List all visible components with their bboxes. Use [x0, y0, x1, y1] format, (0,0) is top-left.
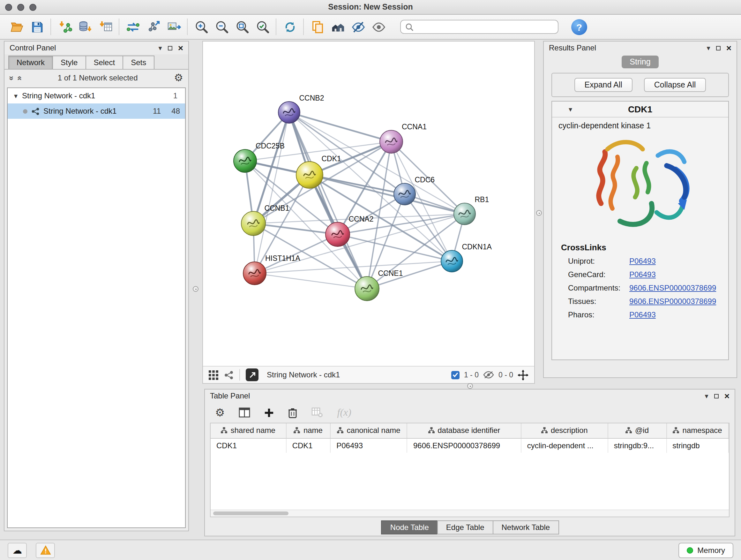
- panel-menu-icon[interactable]: ▾: [158, 44, 162, 51]
- table-row[interactable]: CDK1CDK1P064939606.ENSP00000378699cyclin…: [211, 438, 729, 453]
- delete-column-icon[interactable]: [288, 407, 298, 418]
- panel-menu-icon[interactable]: ▾: [707, 44, 711, 51]
- tab-node-table[interactable]: Node Table: [381, 520, 438, 535]
- float-panel-icon[interactable]: [716, 46, 721, 50]
- import-network-database-button[interactable]: [75, 17, 95, 37]
- close-panel-icon[interactable]: ×: [724, 391, 730, 400]
- zoom-selected-button[interactable]: [252, 17, 273, 37]
- first-neighbors-button[interactable]: [327, 17, 348, 37]
- column-header-database-identifier[interactable]: database identifier: [407, 423, 521, 438]
- table-cell[interactable]: P06493: [330, 438, 407, 453]
- new-network-button[interactable]: [123, 17, 143, 37]
- column-header--id[interactable]: @id: [608, 423, 667, 438]
- network-node-CDC6[interactable]: [394, 183, 415, 205]
- birdseye-grid-icon[interactable]: [209, 370, 218, 380]
- cloud-button[interactable]: ☁: [8, 543, 27, 558]
- gear-icon[interactable]: ⚙: [174, 73, 183, 83]
- help-button[interactable]: ?: [571, 19, 587, 35]
- network-view[interactable]: CCNB2CCNA1CDC25BCDK1CDC6RB1CCNB1CCNA2CDK…: [202, 41, 535, 384]
- table-settings-gear-icon[interactable]: ⚙: [215, 407, 225, 418]
- zoom-out-button[interactable]: [211, 17, 232, 37]
- add-column-icon[interactable]: [265, 408, 274, 417]
- close-panel-icon[interactable]: ×: [726, 44, 731, 52]
- show-all-button[interactable]: [368, 17, 389, 37]
- network-edge[interactable]: [338, 234, 452, 261]
- memory-button[interactable]: Memory: [678, 543, 733, 558]
- network-collection-row[interactable]: ▾ String Network - cdk1 1: [8, 88, 185, 104]
- crosslink-value-link[interactable]: P06493: [629, 270, 656, 279]
- zoom-fit-button[interactable]: [232, 17, 252, 37]
- warnings-button[interactable]: [36, 543, 55, 558]
- network-graph[interactable]: CCNB2CCNA1CDC25BCDK1CDC6RB1CCNB1CCNA2CDK…: [203, 42, 534, 366]
- import-network-file-button[interactable]: [54, 17, 75, 37]
- network-node-CDK1[interactable]: [296, 162, 323, 188]
- show-columns-icon[interactable]: [239, 408, 251, 418]
- expand-all-icon[interactable]: »: [15, 76, 23, 80]
- network-node-HIST1H1A[interactable]: [243, 262, 266, 285]
- network-node-CCNB1[interactable]: [241, 211, 266, 236]
- tab-network[interactable]: Network: [8, 56, 53, 69]
- hidden-eye-icon[interactable]: [483, 371, 494, 379]
- gene-section-header[interactable]: ▾ CDK1: [552, 102, 728, 118]
- table-cell[interactable]: 9606.ENSP00000378699: [407, 438, 521, 453]
- table-cell[interactable]: stringdb:9...: [608, 438, 667, 453]
- open-in-new-button[interactable]: [246, 368, 259, 381]
- move-crosshair-icon[interactable]: [518, 369, 529, 380]
- horizontal-scrollbar[interactable]: [211, 509, 729, 516]
- tab-edge-table[interactable]: Edge Table: [437, 520, 493, 535]
- column-header-description[interactable]: description: [521, 423, 608, 438]
- network-edge[interactable]: [289, 112, 391, 142]
- splitter-handle-bottom[interactable]: [467, 383, 473, 389]
- collection-expand-icon[interactable]: ▾: [14, 92, 17, 99]
- tab-select[interactable]: Select: [85, 56, 123, 69]
- import-table-file-button[interactable]: [95, 17, 116, 37]
- network-share-icon[interactable]: [224, 370, 233, 380]
- column-header-namespace[interactable]: namespace: [666, 423, 729, 438]
- splitter-handle-left[interactable]: [193, 286, 199, 292]
- float-panel-icon[interactable]: [714, 394, 719, 398]
- table-cell[interactable]: CDK1: [286, 438, 331, 453]
- column-header-shared-name[interactable]: shared name: [211, 423, 286, 438]
- hide-selected-button[interactable]: [348, 17, 368, 37]
- network-node-CCNA1[interactable]: [380, 130, 403, 153]
- table-cell[interactable]: CDK1: [211, 438, 286, 453]
- network-row-selected[interactable]: String Network - cdk1 11 48: [8, 104, 185, 119]
- save-session-button[interactable]: [27, 17, 47, 37]
- column-header-name[interactable]: name: [286, 423, 331, 438]
- crosslink-value-link[interactable]: P06493: [629, 256, 656, 265]
- scrollbar-thumb[interactable]: [213, 511, 288, 515]
- apply-layout-button[interactable]: [280, 17, 300, 37]
- tab-string[interactable]: String: [621, 56, 659, 68]
- zoom-in-button[interactable]: [191, 17, 211, 37]
- collapse-all-button[interactable]: Collapse All: [644, 78, 706, 92]
- open-session-button[interactable]: [6, 17, 27, 37]
- column-header-canonical-name[interactable]: canonical name: [330, 423, 407, 438]
- network-edge[interactable]: [310, 175, 465, 214]
- duplicate-network-button[interactable]: [307, 17, 327, 37]
- tab-sets[interactable]: Sets: [123, 56, 154, 69]
- network-edge[interactable]: [255, 112, 289, 273]
- network-node-CCNA2[interactable]: [326, 222, 350, 246]
- section-collapse-icon[interactable]: ▾: [569, 106, 572, 113]
- table-cell[interactable]: cyclin-dependent ...: [521, 438, 608, 453]
- selected-checkbox-icon[interactable]: [451, 371, 460, 379]
- network-edge[interactable]: [255, 273, 367, 289]
- crosslink-value-link[interactable]: 9606.ENSP00000378699: [629, 297, 716, 306]
- network-node-CDKN1A[interactable]: [441, 250, 463, 272]
- table-cell[interactable]: stringdb: [666, 438, 729, 453]
- search-input[interactable]: [417, 22, 553, 32]
- export-network-button[interactable]: [143, 17, 163, 37]
- crosslink-value-link[interactable]: 9606.ENSP00000378699: [629, 283, 716, 292]
- export-image-button[interactable]: [163, 17, 184, 37]
- crosslink-value-link[interactable]: P06493: [629, 310, 656, 319]
- close-panel-icon[interactable]: ×: [178, 44, 183, 52]
- expand-all-button[interactable]: Expand All: [575, 78, 632, 92]
- network-node-CDC25B[interactable]: [233, 149, 257, 172]
- network-node-CCNE1[interactable]: [355, 276, 379, 301]
- splitter-handle-right[interactable]: [536, 210, 542, 216]
- tab-style[interactable]: Style: [52, 56, 86, 69]
- network-edge[interactable]: [289, 112, 367, 289]
- network-node-RB1[interactable]: [454, 203, 475, 225]
- tab-network-table[interactable]: Network Table: [493, 520, 559, 535]
- network-node-CCNB2[interactable]: [278, 102, 300, 123]
